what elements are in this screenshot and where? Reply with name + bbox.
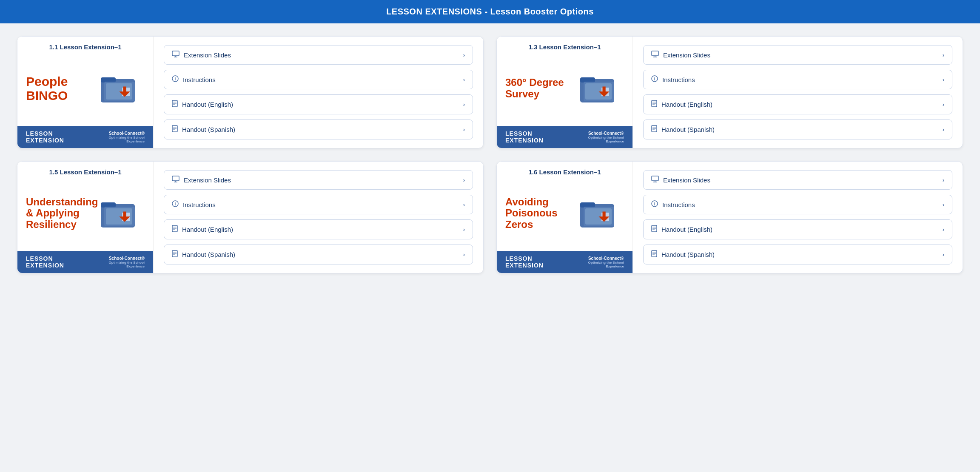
chevron-icon-3c: › <box>463 226 465 233</box>
card-title-1: People BINGO <box>26 74 98 102</box>
card-actions-1: Extension Slides › i Instructions › <box>154 37 483 148</box>
card-footer-2: LESSON EXTENSION School-Connect® Optimiz… <box>497 126 632 148</box>
handout-en-btn-3[interactable]: Handout (English) › <box>164 219 473 239</box>
handout-es-label-2: Handout (Spanish) <box>661 126 715 133</box>
footer-label-1: LESSON EXTENSION <box>26 130 91 144</box>
card-footer-1: LESSON EXTENSION School-Connect® Optimiz… <box>17 126 153 148</box>
lesson-card-3: 1.5 Lesson Extension–1 Understanding & A… <box>17 161 484 273</box>
handout-es-btn-2[interactable]: Handout (Spanish) › <box>643 119 952 139</box>
file-icon-1a <box>172 100 178 109</box>
svg-rect-38 <box>172 176 179 181</box>
school-connect-logo-3: School-Connect® Optimizing the School Ex… <box>91 256 145 268</box>
info-icon-2: i <box>651 75 658 84</box>
chevron-icon-2c: › <box>943 101 944 108</box>
instructions-btn-3[interactable]: i Instructions › <box>164 195 473 214</box>
chevron-icon-2d: › <box>943 126 944 133</box>
card-thumbnail-3: 1.5 Lesson Extension–1 Understanding & A… <box>17 162 154 273</box>
page-header: LESSON EXTENSIONS - Lesson Booster Optio… <box>0 0 980 23</box>
lesson-number-2: 1.3 Lesson Extension–1 <box>505 43 624 51</box>
instructions-btn-2[interactable]: i Instructions › <box>643 70 952 89</box>
folder-icon-1 <box>98 71 145 105</box>
handout-en-btn-1[interactable]: Handout (English) › <box>164 94 473 114</box>
footer-label-3: LESSON EXTENSION <box>26 255 91 269</box>
handout-en-label-4: Handout (English) <box>661 226 712 233</box>
file-icon-3a <box>172 225 178 234</box>
file-icon-1b <box>172 125 178 134</box>
handout-es-label-4: Handout (Spanish) <box>661 251 715 258</box>
extension-slides-btn-3[interactable]: Extension Slides › <box>164 170 473 190</box>
handout-es-label-3: Handout (Spanish) <box>182 251 235 258</box>
chevron-icon-3d: › <box>463 251 465 258</box>
handout-es-btn-1[interactable]: Handout (Spanish) › <box>164 119 473 139</box>
handout-en-label-3: Handout (English) <box>182 226 233 233</box>
monitor-icon-4 <box>651 176 659 184</box>
instructions-label-2: Instructions <box>662 76 695 83</box>
file-icon-4a <box>651 225 657 234</box>
instructions-label-1: Instructions <box>183 76 216 83</box>
file-icon-2b <box>651 125 657 134</box>
page-title: LESSON EXTENSIONS - Lesson Booster Optio… <box>386 7 594 16</box>
folder-icon-3 <box>98 196 145 230</box>
svg-rect-4 <box>172 51 179 56</box>
chevron-icon-1c: › <box>463 101 465 108</box>
lesson-card-4: 1.6 Lesson Extension–1 Avoiding Poisonou… <box>496 161 963 273</box>
folder-icon-4 <box>577 196 624 230</box>
lesson-number-3: 1.5 Lesson Extension–1 <box>26 168 145 176</box>
card-footer-3: LESSON EXTENSION School-Connect® Optimiz… <box>17 251 153 273</box>
card-title-4: Avoiding Poisonous Zeros <box>505 196 577 230</box>
svg-text:i: i <box>654 202 655 206</box>
chevron-icon-2b: › <box>943 77 944 83</box>
info-icon-3: i <box>172 200 179 209</box>
card-actions-3: Extension Slides › i Instructions › <box>154 162 483 273</box>
extension-slides-label-4: Extension Slides <box>663 176 710 184</box>
lesson-card-2: 1.3 Lesson Extension–1 360° Degree Surve… <box>496 36 963 148</box>
monitor-icon-3 <box>172 176 179 184</box>
card-title-2: 360° Degree Survey <box>505 77 577 100</box>
extension-slides-label-1: Extension Slides <box>184 51 231 59</box>
info-icon-1: i <box>172 75 179 84</box>
card-actions-2: Extension Slides › i Instructions › <box>633 37 963 148</box>
card-footer-4: LESSON EXTENSION School-Connect® Optimiz… <box>497 251 632 273</box>
handout-es-label-1: Handout (Spanish) <box>182 126 235 133</box>
card-thumbnail-1: 1.1 Lesson Extension–1 People BINGO <box>17 37 154 148</box>
chevron-icon-1a: › <box>463 52 465 58</box>
lesson-number-1: 1.1 Lesson Extension–1 <box>26 43 145 51</box>
info-icon-4: i <box>651 200 658 209</box>
cards-grid: 1.1 Lesson Extension–1 People BINGO <box>0 23 980 286</box>
file-icon-2a <box>651 100 657 109</box>
svg-rect-55 <box>652 176 658 181</box>
chevron-icon-3a: › <box>463 177 465 183</box>
chevron-icon-1d: › <box>463 126 465 133</box>
chevron-icon-4c: › <box>943 226 944 233</box>
handout-en-label-2: Handout (English) <box>661 101 712 108</box>
monitor-icon-2 <box>651 51 659 59</box>
handout-en-label-1: Handout (English) <box>182 101 233 108</box>
extension-slides-btn-1[interactable]: Extension Slides › <box>164 45 473 65</box>
svg-text:i: i <box>175 202 176 206</box>
monitor-icon-1 <box>172 51 179 59</box>
extension-slides-label-3: Extension Slides <box>184 176 231 184</box>
card-thumbnail-4: 1.6 Lesson Extension–1 Avoiding Poisonou… <box>497 162 633 273</box>
card-title-3: Understanding & Applying Resiliency <box>26 196 98 230</box>
chevron-icon-4b: › <box>943 202 944 208</box>
lesson-card-1: 1.1 Lesson Extension–1 People BINGO <box>17 36 484 148</box>
svg-text:i: i <box>175 77 176 81</box>
file-icon-3b <box>172 250 178 259</box>
svg-rect-21 <box>652 51 658 56</box>
footer-label-4: LESSON EXTENSION <box>505 255 571 269</box>
chevron-icon-2a: › <box>943 52 944 58</box>
extension-slides-btn-2[interactable]: Extension Slides › <box>643 45 952 65</box>
handout-en-btn-2[interactable]: Handout (English) › <box>643 94 952 114</box>
handout-es-btn-3[interactable]: Handout (Spanish) › <box>164 245 473 264</box>
handout-en-btn-4[interactable]: Handout (English) › <box>643 219 952 239</box>
instructions-btn-4[interactable]: i Instructions › <box>643 195 952 214</box>
extension-slides-btn-4[interactable]: Extension Slides › <box>643 170 952 190</box>
chevron-icon-4a: › <box>943 177 944 183</box>
school-connect-logo-2: School-Connect® Optimizing the School Ex… <box>571 131 624 143</box>
card-actions-4: Extension Slides › i Instructions › <box>633 162 963 273</box>
chevron-icon-1b: › <box>463 77 465 83</box>
handout-es-btn-4[interactable]: Handout (Spanish) › <box>643 245 952 264</box>
footer-label-2: LESSON EXTENSION <box>505 130 571 144</box>
chevron-icon-4d: › <box>943 251 944 258</box>
instructions-btn-1[interactable]: i Instructions › <box>164 70 473 89</box>
